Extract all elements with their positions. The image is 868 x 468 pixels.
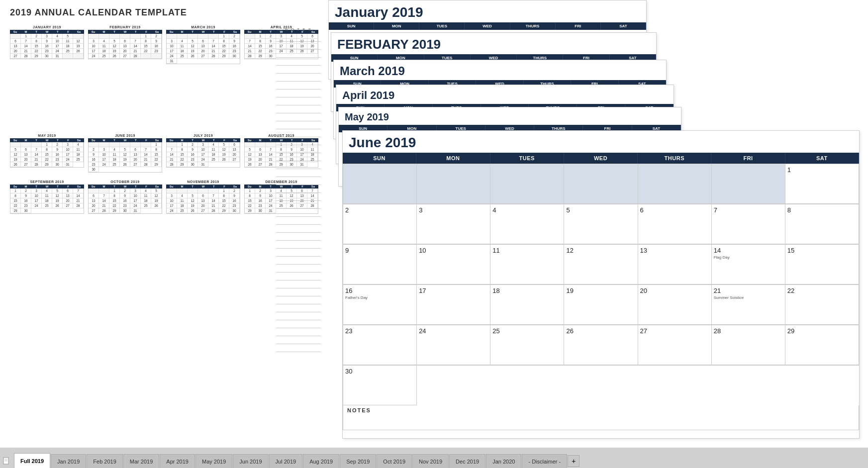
mini-cal-mar: MARCH 2019 SuMTWTFSa 12 3456789 10111213… (166, 25, 240, 64)
june-day-14: 14 Flag Day (712, 245, 785, 284)
june-day-5: 5 (564, 204, 638, 244)
june-week1: 1 (343, 164, 859, 204)
june-day-9: 9 (343, 245, 417, 284)
june-day-20: 20 (638, 285, 712, 325)
june-day-4: 4 (490, 204, 564, 244)
june-title: June 2019 (343, 131, 859, 153)
tab-full-2019[interactable]: Full 2019 (14, 453, 50, 468)
mini-cal-sep: SEPTEMBER 2019 SuMTWTFSa 1234567 8910111… (10, 180, 84, 214)
june-day-30: 30 (343, 366, 417, 405)
left-panel: 2019 ANNUAL CALENDAR TEMPLATE JANUARY 20… (0, 0, 328, 448)
tab-jun-2019[interactable]: Jun 2019 (233, 454, 268, 468)
notes-panel: — N O T E S — (276, 27, 321, 352)
tab-apr-2019[interactable]: Apr 2019 (160, 454, 195, 468)
june-week6: 30 NOTES (343, 365, 859, 430)
mini-cal-feb: FEBRUARY 2019 SuMTWTFSa 12 3456789 10111… (88, 25, 162, 64)
tab-mar-2019[interactable]: Mar 2019 (123, 454, 159, 468)
june-day-13: 13 (638, 245, 712, 284)
june-day-25: 25 (490, 325, 564, 365)
mini-cal-nov: NOVEMBER 2019 SuMTWTFSa 12 3456789 10111… (166, 180, 240, 214)
june-day-2: 2 (343, 204, 417, 244)
notes-lines (276, 34, 321, 352)
tab-may-2019[interactable]: May 2019 (195, 454, 232, 468)
tab-jan-2020[interactable]: Jan 2020 (486, 454, 521, 468)
june-day-17: 17 (417, 285, 490, 325)
june-day-29: 29 (785, 325, 859, 365)
june-day-7: 7 (712, 204, 785, 244)
june-day-empty1 (343, 164, 417, 204)
june-day-27: 27 (638, 325, 712, 365)
june-day-26: 26 (564, 325, 638, 365)
june-day-23: 23 (343, 325, 417, 365)
june-day-28: 28 (712, 325, 785, 365)
june-day-empty3 (490, 164, 564, 204)
tab-feb-2019[interactable]: Feb 2019 (87, 454, 122, 468)
june-day-22: 22 (785, 285, 859, 325)
svg-rect-0 (3, 458, 8, 464)
june-day-empty6 (712, 164, 785, 204)
june-day-6: 6 (638, 204, 712, 244)
tab-oct-2019[interactable]: Oct 2019 (377, 454, 412, 468)
june-notes: NOTES (343, 405, 859, 430)
june-day-15: 15 (785, 245, 859, 284)
feb-title: FEBRUARY 2019 (331, 33, 656, 54)
june-day-11: 11 (490, 245, 564, 284)
main-content: 2019 ANNUAL CALENDAR TEMPLATE JANUARY 20… (0, 0, 868, 448)
tab-bar: Full 2019 Jan 2019 Feb 2019 Mar 2019 Apr… (0, 448, 868, 468)
right-panel: January 2019 SUNMONTUESWEDTHURSFRISAT FE… (328, 0, 868, 448)
mini-cal-jul: JULY 2019 SuMTWTFSa 123456 78910111213 1… (166, 134, 240, 173)
june-day-16: 16 Father's Day (343, 285, 417, 325)
mini-cal-jun: JUNE 2019 SuMTWTFSa 1 2345678 9101112131… (88, 134, 162, 173)
june-week3: 9 10 11 12 13 14 Flag Day 15 (343, 244, 859, 284)
june-day-19: 19 (564, 285, 638, 325)
notes-label: — N O T E S — (276, 27, 321, 32)
june-week2: 2 3 4 5 6 7 8 (343, 204, 859, 244)
june-day-12: 12 (564, 245, 638, 284)
june-header: SUN MON TUES WED THURS FRI SAT (343, 153, 859, 164)
june-day-10: 10 (417, 245, 490, 284)
june-day-24: 24 (417, 325, 490, 365)
june-week5: 23 24 25 26 27 28 29 (343, 325, 859, 365)
tab-jul-2019[interactable]: Jul 2019 (269, 454, 303, 468)
june-day-8: 8 (785, 204, 859, 244)
mini-cal-may: MAY 2019 SuMTWTFSa 1234 567891011 121314… (10, 134, 84, 173)
june-day-3: 3 (417, 204, 490, 244)
june-day-18: 18 (490, 285, 564, 325)
june-week4: 16 Father's Day 17 18 19 20 21 Summer So… (343, 284, 859, 325)
mini-cal-jan: JANUARY 2019 SuMTWTFSa 12345 6789101112 … (10, 25, 84, 64)
mini-cal-oct: OCTOBER 2019 SuMTWTFSa 12345 6789101112 … (88, 180, 162, 214)
june-day-21: 21 Summer Solstice (712, 285, 785, 325)
tab-jan-2019[interactable]: Jan 2019 (51, 454, 86, 468)
tab-dec-2019[interactable]: Dec 2019 (449, 454, 485, 468)
tab-disclaimer[interactable]: - Disclaimer - (522, 454, 567, 468)
june-day-empty2 (417, 164, 490, 204)
tab-aug-2019[interactable]: Aug 2019 (303, 454, 339, 468)
tab-sep-2019[interactable]: Sep 2019 (340, 454, 376, 468)
sheet-icon (2, 454, 12, 468)
june-day-1: 1 (785, 164, 859, 204)
add-sheet-button[interactable]: + (568, 455, 579, 467)
cal-page-jun: June 2019 SUN MON TUES WED THURS FRI SAT (342, 130, 860, 439)
tab-nov-2019[interactable]: Nov 2019 (412, 454, 449, 468)
page-title: 2019 ANNUAL CALENDAR TEMPLATE (10, 7, 318, 18)
june-day-empty5 (638, 164, 712, 204)
june-day-empty4 (564, 164, 638, 204)
